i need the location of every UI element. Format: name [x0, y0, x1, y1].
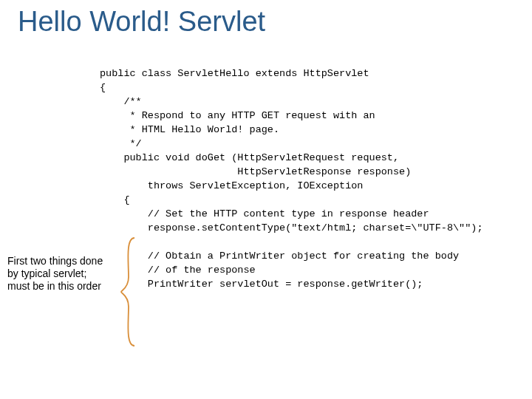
- code-line: public class ServletHello extends HttpSe…: [100, 68, 369, 79]
- code-line: PrintWriter servletOut = response.getWri…: [100, 279, 423, 290]
- code-line: // Obtain a PrintWriter object for creat…: [100, 250, 459, 262]
- code-line: public void doGet (HttpServletRequest re…: [100, 152, 399, 163]
- code-line: // Set the HTTP content type in response…: [100, 208, 429, 219]
- code-line: {: [100, 82, 106, 93]
- code-line: response.setContentType("text/html; char…: [100, 222, 482, 233]
- code-line: /**: [100, 96, 142, 107]
- annotation-text: First two things done by typical servlet…: [7, 255, 111, 293]
- slide-title: Hello World! Servlet: [18, 6, 265, 38]
- code-line: HttpServletResponse response): [100, 166, 411, 177]
- code-line: {: [100, 194, 130, 205]
- code-listing: public class ServletHello extends HttpSe…: [100, 66, 482, 291]
- code-line: */: [100, 138, 142, 149]
- code-line: throws ServletException, IOException: [100, 180, 363, 191]
- code-line: * Respond to any HTTP GET request with a…: [100, 110, 375, 121]
- code-line: * HTML Hello World! page.: [100, 124, 279, 135]
- brace-icon: [118, 236, 140, 347]
